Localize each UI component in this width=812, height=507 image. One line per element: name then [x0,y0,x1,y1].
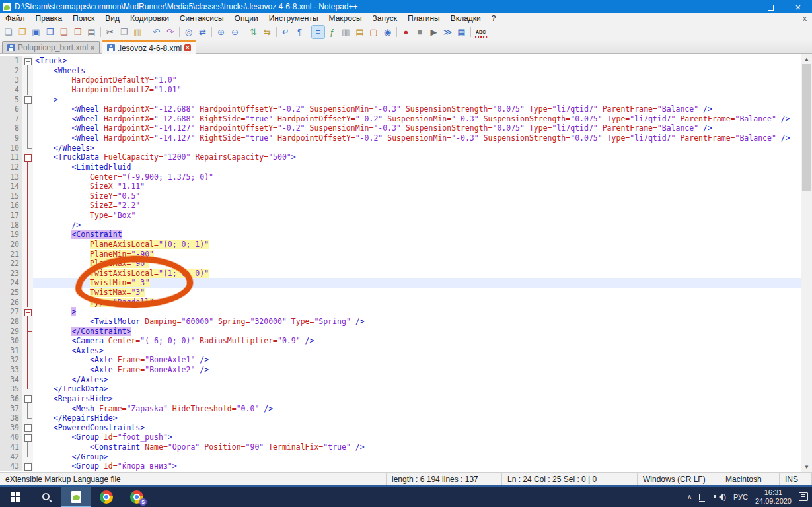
code-line-19[interactable]: 19 <Constraint [0,230,812,240]
show-all-chars-icon[interactable]: ¶ [293,26,306,38]
action-center-icon[interactable] [799,492,808,501]
code-line-4[interactable]: 4 HardpointDefaultZ="1.01" [0,85,812,95]
taskbar-notepad-plus-plus-button[interactable] [61,487,91,507]
code-line-30[interactable]: 30 <Camera Center="(-6; 0; 0)" RadiusMul… [0,336,812,346]
code-line-33[interactable]: 33 <Axle Frame="BoneAxle2" /> [0,365,812,375]
menu-item-tools[interactable]: Инструменты [264,13,324,24]
new-file-icon[interactable]: ❏ [2,26,15,38]
fold-collapse-icon[interactable] [22,394,33,404]
taskbar-clock[interactable]: 16:31 24.09.2020 [755,489,792,506]
code-line-43[interactable]: 43 <Group Id="ќпора вниз"> [0,461,812,471]
tab-close-icon[interactable]: × [184,44,190,51]
code-line-37[interactable]: 37 <Mesh Frame="Zapaska" HideThreshold="… [0,404,812,414]
taskbar-chrome-button[interactable] [91,487,122,507]
document-list-icon[interactable]: ▤ [353,26,366,38]
macro-save-icon[interactable]: ▦ [455,26,468,38]
sync-vertical-scroll-icon[interactable]: ⇅ [247,26,260,38]
vertical-scrollbar[interactable]: ▲ ▼ [801,54,812,472]
scrollbar-up-arrow-icon[interactable]: ▲ [801,54,812,64]
code-line-18[interactable]: 18 /> [0,220,812,230]
code-line-17[interactable]: 17 Type="Box" [0,211,812,220]
tab-close-icon[interactable]: × [91,44,94,51]
language-indicator[interactable]: РУС [733,493,748,501]
open-file-icon[interactable]: ❐ [16,26,28,38]
code-line-31[interactable]: 31 <Axles> [0,346,812,356]
copy-icon[interactable]: ❐ [118,26,130,38]
menu-item-macro[interactable]: Макросы [324,13,367,24]
code-line-38[interactable]: 38 </RepairsHide> [0,413,812,423]
restore-button[interactable] [757,0,784,13]
code-line-39[interactable]: 39 <PoweredConstraints> [0,423,812,433]
fold-collapse-icon[interactable] [22,461,33,471]
scrollbar-down-arrow-icon[interactable]: ▼ [801,462,812,472]
zoom-out-icon[interactable]: ⊖ [229,26,241,38]
volume-icon[interactable]: ) [716,493,726,501]
fold-collapse-icon[interactable] [22,152,33,162]
code-line-32[interactable]: 32 <Axle Frame="BoneAxle1" /> [0,355,812,365]
undo-icon[interactable]: ↶ [150,26,163,38]
code-line-40[interactable]: 40 <Group Id="foot_push"> [0,432,812,442]
code-line-35[interactable]: 35 </TruckData> [0,384,812,394]
code-line-20[interactable]: 20 PlaneAxisLocal="(0; 0; 1)" [0,240,812,250]
save-all-icon[interactable]: ❒ [44,26,56,38]
menu-item-edit[interactable]: Правка [30,13,68,24]
tab-lesovoz[interactable]: .lesovoz 4-6-8.xml× [102,40,196,54]
menu-item-encoding[interactable]: Кодировки [125,13,174,24]
network-icon[interactable] [699,494,708,500]
code-editor[interactable]: 1<Truck>2 <Wheels3 HardpointDefaultY="1.… [0,54,812,472]
start-button[interactable] [0,487,30,507]
menu-item-search[interactable]: Поиск [67,13,100,24]
code-line-34[interactable]: 34 </Axles> [0,375,812,385]
code-line-42[interactable]: 42 </Group> [0,452,812,462]
code-line-2[interactable]: 2 <Wheels [0,66,812,76]
menu-item-file[interactable]: Файл [0,13,30,24]
status-insert-mode[interactable]: INS [780,473,812,485]
menu-item-help[interactable]: ? [486,13,501,24]
spell-check-icon[interactable]: ABC [474,28,488,38]
cut-icon[interactable]: ✂ [104,26,116,38]
sync-horizontal-scroll-icon[interactable]: ⇆ [261,26,274,38]
fold-collapse-icon[interactable] [22,95,33,105]
code-line-9[interactable]: 9 <Wheel HardpointX="-14.127" RightSide=… [0,133,812,143]
macro-play-icon[interactable]: ▶ [427,26,440,38]
code-line-1[interactable]: 1<Truck> [0,56,812,66]
fold-collapse-icon[interactable] [22,423,33,433]
fold-collapse-icon[interactable] [22,307,33,317]
code-line-7[interactable]: 7 <Wheel HardpointX="-12.688" RightSide=… [0,114,812,124]
code-line-3[interactable]: 3 HardpointDefaultY="1.0" [0,75,812,85]
save-file-icon[interactable]: ▣ [30,26,42,38]
find-icon[interactable]: ◎ [182,26,195,38]
paste-icon[interactable]: ▥ [131,26,144,38]
close-file-icon[interactable]: ❏ [57,26,70,38]
taskbar-chrome-profile-button[interactable]: S [122,487,152,507]
function-list-icon[interactable]: ƒ [326,26,338,38]
close-button[interactable]: × [784,0,812,13]
document-map-icon[interactable]: ▥ [340,26,352,38]
code-line-22[interactable]: 22 PlaneMax="90" [0,259,812,269]
code-line-11[interactable]: 11 <TruckData FuelCapacity="1200" Repair… [0,152,812,162]
code-line-25[interactable]: 25 TwistMax="3" [0,288,812,298]
menu-item-run[interactable]: Запуск [367,13,403,24]
macro-record-icon[interactable]: ● [400,26,412,38]
code-line-15[interactable]: 15 SizeY="0.5" [0,191,812,201]
folder-as-workspace-icon[interactable]: ▢ [367,26,380,38]
code-line-8[interactable]: 8 <Wheel HardpointX="-14.127" HardpointO… [0,123,812,133]
code-line-36[interactable]: 36 <RepairsHide> [0,394,812,404]
taskbar-search-button[interactable] [30,487,61,507]
indent-guide-icon[interactable]: ≡ [312,26,324,38]
menu-item-syntax[interactable]: Синтаксисы [174,13,229,24]
scrollbar-thumb[interactable] [802,64,811,191]
status-encoding[interactable]: Macintosh [720,473,780,485]
code-line-21[interactable]: 21 PlaneMin="-90" [0,250,812,259]
code-line-13[interactable]: 13 Center="(-9.900; 1.375; 0)" [0,172,812,182]
file-monitor-icon[interactable]: ◉ [381,26,394,38]
word-wrap-icon[interactable]: ↵ [279,26,292,38]
tray-expand-chevron-icon[interactable]: ∧ [687,493,692,500]
zoom-in-icon[interactable]: ⊕ [215,26,227,38]
code-line-5[interactable]: 5 > [0,95,812,105]
menu-item-plugins[interactable]: Плагины [402,13,445,24]
code-line-26[interactable]: 26 Type="Ragdoll" [0,298,812,308]
replace-icon[interactable]: ⇄ [196,26,209,38]
status-eol-format[interactable]: Windows (CR LF) [638,473,720,485]
fold-collapse-icon[interactable] [22,432,33,442]
